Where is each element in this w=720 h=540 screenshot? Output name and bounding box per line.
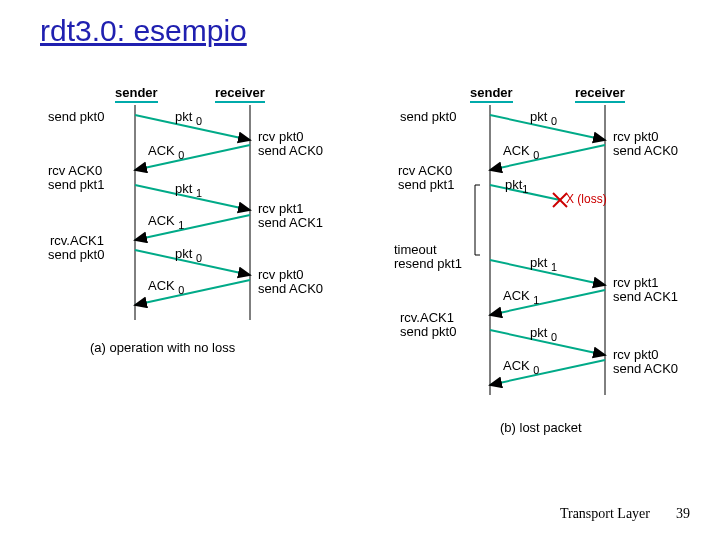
b-rcv-ack1: rcv.ACK1: [400, 310, 454, 325]
lbl-send-pkt1: send pkt1: [48, 177, 104, 192]
footer-page: 39: [676, 506, 690, 522]
panel-b: sender receiver send pkt0 pkt 0 rcv pkt0…: [370, 85, 700, 435]
sender-header-b: sender: [470, 85, 513, 103]
lbl-rcv-pkt0-2: rcv pkt0: [258, 267, 304, 282]
lbl-send-pkt0-2: send pkt0: [48, 247, 104, 262]
arrow-lbl-pkt0-2: pkt 0: [175, 246, 202, 264]
loss-label: X (loss): [566, 192, 607, 206]
b-timeout: timeout: [394, 242, 437, 257]
lbl-rcv-ack1: rcv.ACK1: [50, 233, 104, 248]
b-resend-pkt1: resend pkt1: [394, 256, 462, 271]
arrow-lbl-pkt1: pkt 1: [175, 181, 202, 199]
b-arrow-pkt1: pkt 1: [530, 255, 557, 273]
b-arrow-ack0: ACK 0: [503, 143, 539, 161]
footer-label: Transport Layer: [560, 506, 650, 522]
arrow-lbl-ack0: ACK 0: [148, 143, 184, 161]
lbl-send-ack0: send ACK0: [258, 143, 323, 158]
b-arrow-pkt0-2: pkt 0: [530, 325, 557, 343]
arrow-lbl-ack0-2: ACK 0: [148, 278, 184, 296]
lbl-send-ack1: send ACK1: [258, 215, 323, 230]
b-rcv-ack0: rcv ACK0: [398, 163, 452, 178]
diagram-area: sender receiver send pkt0 pkt 0 rcv pkt0…: [20, 85, 700, 505]
arrow-lbl-pkt0: pkt 0: [175, 109, 202, 127]
b-send-ack0: send ACK0: [613, 143, 678, 158]
b-rcv-pkt0: rcv pkt0: [613, 129, 659, 144]
b-arrow-pkt0: pkt 0: [530, 109, 557, 127]
lbl-rcv-pkt0: rcv pkt0: [258, 129, 304, 144]
arrow-lbl-ack1: ACK 1: [148, 213, 184, 231]
b-arrow-ack0-2: ACK 0: [503, 358, 539, 376]
caption-b: (b) lost packet: [500, 420, 582, 435]
lbl-send-ack0-2: send ACK0: [258, 281, 323, 296]
lbl-rcv-ack0: rcv ACK0: [48, 163, 102, 178]
b-arrow-ack1: ACK 1: [503, 288, 539, 306]
b-send-ack0-2: send ACK0: [613, 361, 678, 376]
b-send-ack1: send ACK1: [613, 289, 678, 304]
b-send-pkt1: send pkt1: [398, 177, 454, 192]
receiver-header: receiver: [215, 85, 265, 103]
b-send-pkt0: send pkt0: [400, 109, 456, 124]
panel-a: sender receiver send pkt0 pkt 0 rcv pkt0…: [20, 85, 340, 365]
b-rcv-pkt1: rcv pkt1: [613, 275, 659, 290]
slide-title: rdt3.0: esempio: [40, 14, 247, 48]
lbl-send-pkt0: send pkt0: [48, 109, 104, 124]
b-arrow-pkt1-lost: pkt1: [505, 177, 528, 195]
caption-a: (a) operation with no loss: [90, 340, 235, 355]
receiver-header-b: receiver: [575, 85, 625, 103]
lbl-rcv-pkt1: rcv pkt1: [258, 201, 304, 216]
b-send-pkt0-2: send pkt0: [400, 324, 456, 339]
sender-header: sender: [115, 85, 158, 103]
b-rcv-pkt0-2: rcv pkt0: [613, 347, 659, 362]
